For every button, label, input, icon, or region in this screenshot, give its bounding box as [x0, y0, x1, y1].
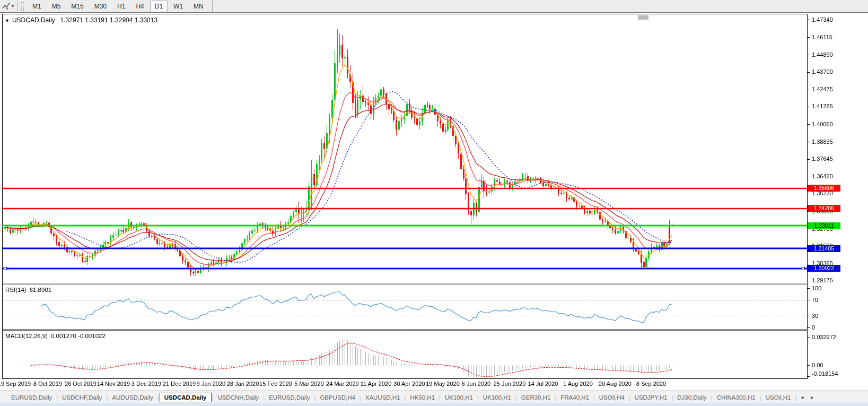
date-label: 1 Aug 2020 [563, 381, 593, 387]
chart-tab-usdcnh-daily[interactable]: USDCNH,Daily [214, 393, 262, 402]
rsi-axis-label: 0 [812, 324, 815, 331]
chart-tab-eurusd-daily[interactable]: EURUSD,Daily [265, 393, 313, 402]
chart-tab-xauusd-h1[interactable]: XAUUSD,H1 [362, 393, 404, 402]
ohlc-values: 1.32971 1.33191 1.32904 1.33013 [60, 16, 158, 24]
date-label: 11 Apr 2020 [361, 381, 392, 387]
toolbar-separator [17, 2, 18, 11]
price-line-badge[interactable]: 1.35606 [808, 185, 840, 192]
chart-tab-usoil-h1[interactable]: USOil,H1 [761, 393, 794, 402]
chart-tab-usdchf-daily[interactable]: USDCHF,Daily [58, 393, 106, 402]
macd-axis-label: 0.00 [812, 362, 823, 368]
date-label: 14 Nov 2019 [97, 381, 130, 387]
date-label: 14 Jul 2020 [528, 381, 558, 387]
date-label: 25 Jun 2020 [494, 381, 526, 387]
chart-tab-china300-h1[interactable]: CHINA300,H1 [713, 393, 759, 402]
tab-scroll-right-icon[interactable]: ► [807, 395, 817, 400]
macd-values: 0.001270 -0.001022 [51, 333, 106, 339]
macd-axis-label: -0.018154 [812, 370, 838, 377]
toolbar: ▾ M1M5M15M30H1H4D1W1MN [0, 0, 868, 13]
date-label: 8 Sep 2020 [636, 381, 666, 387]
date-label: 21 Dec 2019 [163, 381, 196, 387]
chart-tab-eurusd-daily[interactable]: EURUSD,Daily [7, 393, 56, 402]
chart-tab-bar: EURUSD,Daily|USDCHF,Daily|AUDUSD,Daily|U… [0, 391, 868, 403]
timeframe-button-mn[interactable]: MN [189, 1, 208, 12]
price-axis-label: 1.40060 [812, 121, 833, 127]
symbol-period-label: USDCAD,Daily [12, 16, 55, 24]
timeframe-button-h1[interactable]: H1 [112, 1, 130, 12]
timeframe-toolbar: M1M5M15M30H1H4D1W1MN [27, 1, 213, 12]
chart-tab-dj30-daily[interactable]: DJ30,Daily [673, 393, 711, 402]
price-axis-label: 1.36420 [812, 173, 833, 179]
date-label: 6 Jun 2020 [462, 381, 490, 387]
rsi-axis-label: 30 [812, 313, 818, 319]
price-axis-label: 1.43700 [812, 68, 833, 75]
macd-name: MACD(12,26,9) [5, 333, 48, 339]
chart-tab-usdcad-daily[interactable]: USDCAD,Daily [160, 393, 212, 402]
date-label: 15 Feb 2020 [259, 381, 292, 387]
price-chart-canvas[interactable] [0, 0, 868, 406]
price-axis-label: 1.38835 [812, 139, 833, 145]
date-label: 24 Mar 2020 [326, 381, 359, 387]
price-axis-label: 1.42475 [812, 86, 833, 92]
rsi-indicator-label: RSI(14)61.8901 [5, 287, 55, 293]
date-label: 8 Oct 2019 [33, 381, 62, 387]
date-label: 30 Apr 2020 [393, 381, 425, 387]
price-axis-label: 1.37645 [812, 156, 833, 162]
trading-app-window: ▾ M1M5M15M30H1H4D1W1MN ▼USDCAD,Daily1.32… [0, 0, 868, 406]
chart-tab-uk100-h1[interactable]: UK100,H1 [441, 393, 477, 402]
chart-tab-ger30-h1[interactable]: GER30,H1 [518, 393, 555, 402]
price-axis-label: 1.46115 [812, 34, 832, 40]
price-line-badge[interactable]: 1.30022 [808, 265, 840, 272]
dropdown-caret-icon[interactable]: ▾ [12, 4, 14, 8]
chart-line-icon [2, 2, 10, 10]
price-axis-label: 1.47340 [812, 16, 833, 23]
chart-title: ▼USDCAD,Daily1.32971 1.33191 1.32904 1.3… [5, 16, 157, 24]
date-label: 26 Oct 2019 [65, 381, 97, 387]
timeframe-button-m15[interactable]: M15 [66, 1, 88, 12]
bottom-strip [0, 403, 868, 406]
rsi-value: 61.8901 [30, 287, 52, 293]
chart-tab-fra40-h1[interactable]: FRA40,H1 [557, 393, 593, 402]
tab-scroll-left-icon[interactable]: ◄ [797, 395, 807, 400]
date-label: 19 Sep 2019 [0, 381, 31, 387]
timeframe-button-m30[interactable]: M30 [90, 1, 111, 12]
chart-tab-usoil-h4[interactable]: USOil,H4 [595, 393, 628, 402]
price-line-badge[interactable]: 1.31405 [808, 245, 840, 252]
chart-scrollbar-thumb[interactable] [638, 15, 648, 20]
toolbar-grip[interactable] [21, 2, 24, 11]
date-label: 5 Mar 2020 [294, 381, 324, 387]
timeframe-button-m1[interactable]: M1 [28, 1, 46, 12]
chart-cursor-icon[interactable]: ▾ [0, 1, 16, 12]
price-line-badge[interactable]: 1.33011 [808, 222, 840, 229]
rsi-axis-label: 100 [812, 285, 821, 291]
symbol-marker-icon: ▼ [5, 18, 10, 23]
macd-axis-label: 0.032972 [812, 334, 836, 340]
price-line-badge[interactable]: 1.34206 [808, 205, 840, 212]
chart-tab-hk50-h1[interactable]: HK50,H1 [406, 393, 439, 402]
price-axis-label: 1.44890 [812, 51, 833, 58]
date-label: 28 Jan 2020 [227, 381, 259, 387]
timeframe-button-h4[interactable]: H4 [131, 1, 148, 12]
date-label: 9 Jan 2020 [197, 381, 225, 387]
macd-indicator-label: MACD(12,26,9)0.001270 -0.001022 [5, 333, 109, 339]
chart-tab-usdjpy-h1[interactable]: USDJPY,H1 [631, 393, 671, 402]
rsi-axis-label: 70 [812, 297, 818, 303]
date-label: 20 Aug 2020 [599, 381, 632, 387]
chart-tab-gbpusd-h4[interactable]: GBPUSD,H4 [316, 393, 358, 402]
price-axis-label: 1.41285 [812, 103, 833, 109]
date-label: 3 Dec 2019 [131, 381, 161, 387]
timeframe-button-d1[interactable]: D1 [150, 1, 168, 12]
timeframe-button-m5[interactable]: M5 [47, 1, 66, 12]
chart-tab-uk100-h1[interactable]: UK100,H1 [479, 393, 515, 402]
date-label: 19 May 2020 [426, 381, 460, 387]
chart-tab-audusd-daily[interactable]: AUDUSD,Daily [108, 393, 156, 402]
timeframe-button-w1[interactable]: W1 [169, 1, 188, 12]
rsi-name: RSI(14) [5, 287, 27, 293]
price-axis-label: 1.29175 [812, 277, 833, 283]
